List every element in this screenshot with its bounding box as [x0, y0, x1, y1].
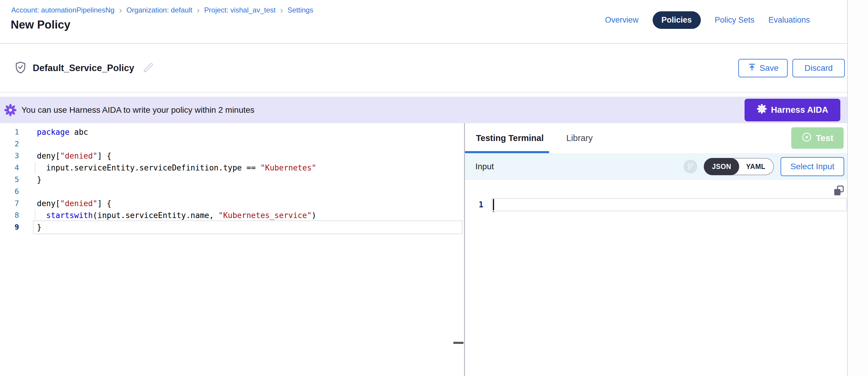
policy-name: Default_Service_Policy — [33, 63, 134, 73]
tab-overview[interactable]: Overview — [605, 15, 639, 25]
page-margin — [847, 0, 868, 376]
input-editor-lines: 1 — [465, 180, 847, 212]
policy-code-lines: 1package abc23deny["denied"] {4 input.se… — [0, 126, 464, 233]
code-line-5[interactable]: 5} — [0, 174, 464, 186]
line-number: 8 — [0, 210, 27, 221]
test-button-label: Test — [816, 133, 833, 143]
test-button[interactable]: Test — [791, 127, 844, 149]
input-label: Input — [475, 162, 494, 171]
select-input-label: Select Input — [790, 162, 834, 171]
save-button[interactable]: Save — [738, 59, 788, 77]
app-header: Account: automationPipelinesNg › Organiz… — [0, 0, 847, 44]
header-tabs: Overview Policies Policy Sets Evaluation… — [605, 11, 810, 29]
indent-guide — [35, 210, 35, 221]
code-line-2[interactable]: 2 — [0, 138, 464, 150]
code-line-6[interactable]: 6 — [0, 186, 464, 197]
tab-policy-sets[interactable]: Policy Sets — [715, 15, 755, 25]
save-button-label: Save — [760, 63, 779, 73]
code-line-1[interactable]: 1 — [465, 197, 847, 212]
chevron-right-icon: › — [119, 6, 122, 14]
policy-toolbar: Default_Service_Policy Save Discard — [0, 44, 847, 93]
harness-aida-button-label: Harness AIDA — [771, 105, 828, 115]
code-line-4[interactable]: 4 input.serviceEntity.serviceDefinition.… — [0, 162, 464, 174]
input-editor[interactable]: 1 — [465, 180, 847, 376]
code-line-9[interactable]: 9} — [0, 221, 464, 233]
line-number: 4 — [0, 162, 27, 174]
branch-icon[interactable] — [684, 160, 697, 174]
select-input-button[interactable]: Select Input — [780, 157, 844, 176]
tab-testing-terminal[interactable]: Testing Terminal — [476, 133, 544, 143]
aida-sparkle-icon — [757, 104, 767, 116]
line-number: 1 — [0, 126, 27, 138]
active-tab-underline — [465, 151, 549, 153]
harness-aida-button[interactable]: Harness AIDA — [745, 99, 840, 121]
terminal-tabs: Testing Terminal Library — [465, 123, 847, 153]
page-title: New Policy — [11, 19, 70, 31]
line-number: 1 — [465, 197, 488, 212]
tab-evaluations[interactable]: Evaluations — [768, 15, 810, 25]
play-circle-icon — [801, 132, 812, 145]
tab-policies[interactable]: Policies — [653, 11, 701, 29]
breadcrumb-organization-link[interactable]: Organization: default — [126, 6, 192, 14]
line-content: deny["denied"] { — [37, 150, 111, 162]
aida-banner-message: You can use Harness AIDA to write your p… — [22, 105, 254, 115]
breadcrumb-project-link[interactable]: Project: vishal_av_test — [204, 6, 275, 14]
text-cursor — [493, 198, 494, 212]
format-toggle: JSON YAML — [704, 158, 774, 175]
line-content: startswith(input.serviceEntity.name, "Ku… — [37, 210, 316, 221]
discard-button-label: Discard — [805, 63, 833, 73]
line-content: input.serviceEntity.serviceDefinition.ty… — [37, 162, 316, 174]
line-number: 2 — [0, 138, 27, 150]
line-number: 9 — [0, 221, 27, 233]
line-number: 5 — [0, 174, 27, 186]
line-content — [493, 197, 494, 212]
content-card: Account: automationPipelinesNg › Organiz… — [0, 0, 847, 376]
tab-library[interactable]: Library — [566, 133, 593, 143]
edit-pencil-icon[interactable] — [142, 61, 154, 75]
chevron-right-icon: › — [280, 6, 283, 14]
line-content: package abc — [37, 126, 88, 138]
line-number: 7 — [0, 197, 27, 210]
code-line-7[interactable]: 7deny["denied"] { — [0, 197, 464, 210]
code-line-8[interactable]: 8 startswith(input.serviceEntity.name, "… — [0, 210, 464, 221]
aida-banner: You can use Harness AIDA to write your p… — [0, 97, 847, 123]
aida-sparkle-icon — [4, 104, 17, 116]
chevron-right-icon: › — [197, 6, 199, 14]
line-content: deny["denied"] { — [37, 197, 111, 210]
policy-code-editor[interactable]: 1package abc23deny["denied"] {4 input.se… — [0, 123, 464, 376]
testing-terminal-panel: Testing Terminal Library Test Input — [465, 123, 847, 376]
code-line-3[interactable]: 3deny["denied"] { — [0, 150, 464, 162]
format-option-yaml[interactable]: YAML — [738, 158, 773, 175]
shield-check-icon — [14, 61, 27, 75]
breadcrumb-account-link[interactable]: Account: automationPipelinesNg — [11, 6, 115, 14]
copy-icon[interactable] — [832, 184, 845, 197]
breadcrumb: Account: automationPipelinesNg › Organiz… — [11, 6, 313, 14]
discard-button[interactable]: Discard — [793, 59, 845, 77]
code-line-1[interactable]: 1package abc — [0, 126, 464, 138]
input-controls: JSON YAML Select Input — [684, 157, 844, 176]
format-option-json[interactable]: JSON — [704, 158, 739, 175]
toolbar-buttons: Save Discard — [738, 59, 845, 77]
line-content: } — [37, 174, 42, 186]
upload-icon — [747, 63, 756, 74]
indent-guide — [35, 162, 35, 174]
line-content: } — [37, 221, 42, 233]
breadcrumb-settings-link[interactable]: Settings — [287, 6, 313, 14]
overview-ruler-cursor-marker — [453, 342, 463, 344]
line-number: 6 — [0, 186, 27, 197]
line-number: 3 — [0, 150, 27, 162]
input-section-header: Input JSON YAML Select Input — [465, 153, 847, 180]
